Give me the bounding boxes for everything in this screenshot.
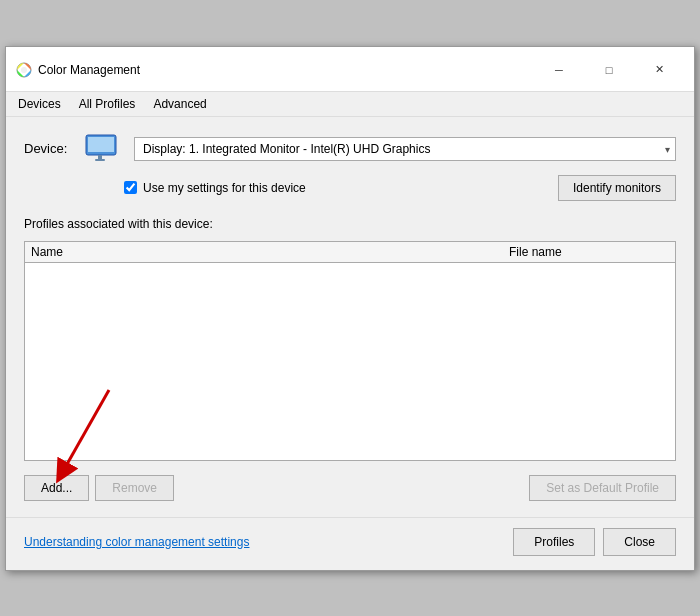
profiles-section-label: Profiles associated with this device: [24,217,676,231]
device-dropdown[interactable]: Display: 1. Integrated Monitor - Intel(R… [134,137,676,161]
minimize-button[interactable]: ─ [536,55,582,85]
svg-rect-4 [98,155,102,159]
remove-button[interactable]: Remove [95,475,174,501]
maximize-button[interactable]: □ [586,55,632,85]
svg-point-1 [21,67,27,73]
use-my-settings-checkbox[interactable] [124,181,137,194]
svg-rect-5 [95,159,105,161]
profiles-table: Name File name [24,241,676,461]
window-close-button[interactable]: ✕ [636,55,682,85]
svg-rect-3 [88,137,114,152]
set-default-profile-button[interactable]: Set as Default Profile [529,475,676,501]
device-label: Device: [24,141,74,156]
use-my-settings-label: Use my settings for this device [143,181,306,195]
profiles-button[interactable]: Profiles [513,528,595,556]
color-mgmt-icon [16,62,32,78]
action-buttons-row: Add... Remove Set as Default Profile [24,475,676,501]
title-bar-left: Color Management [16,62,140,78]
title-bar: Color Management ─ □ ✕ [6,47,694,92]
settings-row: Use my settings for this device Identify… [24,175,676,201]
help-link[interactable]: Understanding color management settings [24,535,249,549]
add-button[interactable]: Add... [24,475,89,501]
menu-devices[interactable]: Devices [10,94,69,114]
color-management-window: Color Management ─ □ ✕ Devices All Profi… [5,46,695,571]
table-body [25,263,675,460]
menu-advanced[interactable]: Advanced [145,94,214,114]
identify-monitors-button[interactable]: Identify monitors [558,175,676,201]
device-select-wrapper: Display: 1. Integrated Monitor - Intel(R… [134,137,676,161]
main-content: Device: Display: 1. Integrated Monitor -… [6,117,694,517]
menu-all-profiles[interactable]: All Profiles [71,94,144,114]
table-header: Name File name [25,242,675,263]
device-row: Device: Display: 1. Integrated Monitor -… [24,133,676,165]
window-title: Color Management [38,63,140,77]
monitor-icon [84,133,124,165]
col-name-header: Name [31,245,509,259]
footer: Understanding color management settings … [6,517,694,570]
footer-buttons: Profiles Close [513,528,676,556]
col-filename-header: File name [509,245,669,259]
menu-bar: Devices All Profiles Advanced [6,92,694,117]
title-bar-controls: ─ □ ✕ [536,55,682,85]
close-button[interactable]: Close [603,528,676,556]
